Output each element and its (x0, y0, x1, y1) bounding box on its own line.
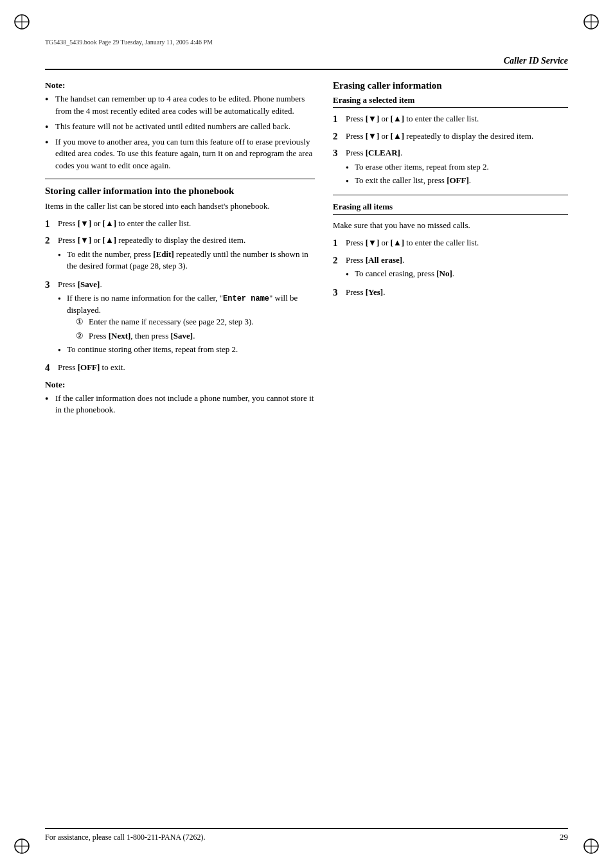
corner-mark-bl (13, 837, 31, 855)
erase-all-step-num-2: 2 (333, 254, 343, 282)
erase-sel-step-num-3: 3 (333, 147, 343, 188)
storing-step-1: 1 Press [▼] or [▲] to enter the caller l… (45, 218, 315, 231)
divider-2 (333, 195, 568, 195)
erase-all-step-content-1: Press [▼] or [▲] to enter the caller lis… (346, 237, 568, 250)
erase-all-step-num-1: 1 (333, 237, 343, 250)
note-label-top: Note: (45, 80, 315, 91)
erasing-all-heading: Erasing all items (333, 202, 568, 215)
note-bullets-top: The handset can remember up to 4 area co… (45, 93, 315, 172)
storing-step-4: 4 Press [OFF] to exit. (45, 362, 315, 375)
note-bullet-2: This feature will not be activated until… (45, 121, 315, 133)
erase-sel-step-content-1: Press [▼] or [▲] to enter the caller lis… (346, 113, 568, 126)
step-content-2: Press [▼] or [▲] repeatedly to display t… (58, 235, 315, 274)
storing-intro: Items in the caller list can be stored i… (45, 200, 315, 213)
erase-sel-step-num-2: 2 (333, 130, 343, 143)
two-col-layout: Note: The handset can remember up to 4 a… (45, 80, 568, 423)
storing-step-2: 2 Press [▼] or [▲] repeatedly to display… (45, 235, 315, 274)
note-bullet-3: If you move to another area, you can tur… (45, 136, 315, 173)
step-num-2: 2 (45, 235, 55, 274)
corner-mark-br (582, 837, 600, 855)
divider-1 (45, 179, 315, 179)
filepath-line: TG5438_5439.book Page 29 Tuesday, Januar… (45, 39, 568, 47)
erase-sel-step-1: 1 Press [▼] or [▲] to enter the caller l… (333, 113, 568, 126)
step-num-4: 4 (45, 362, 55, 375)
page-footer: For assistance, please call 1-800-211-PA… (45, 828, 568, 842)
erase-all-bullet-1: To cancel erasing, press [No]. (346, 268, 568, 279)
erase-sel-bullet-1: To erase other items, repeat from step 2… (346, 161, 568, 173)
step-num-3: 3 (45, 279, 55, 357)
step3-bullet-1: If there is no name information for the … (58, 292, 315, 341)
footer-text: For assistance, please call 1-800-211-PA… (45, 833, 205, 842)
page-header: Caller ID Service (45, 56, 568, 70)
erase-sel-step-content-2: Press [▼] or [▲] repeatedly to display t… (346, 130, 568, 143)
right-column: Erasing caller information Erasing a sel… (333, 80, 568, 423)
corner-mark-tr (582, 13, 600, 31)
erase-all-step-content-2: Press [All erase]. To cancel erasing, pr… (346, 254, 568, 282)
erasing-section-heading: Erasing caller information (333, 80, 568, 91)
step-content-3: Press [Save]. If there is no name inform… (58, 279, 315, 357)
erase-all-step-3: 3 Press [Yes]. (333, 287, 568, 299)
step3-bullet-2: To continue storing other items, repeat … (58, 344, 315, 355)
note-label-bottom: Note: (45, 380, 315, 390)
erase-sel-step-3: 3 Press [CLEAR]. To erase other items, r… (333, 147, 568, 188)
erase-all-step-2: 2 Press [All erase]. To cancel erasing, … (333, 254, 568, 282)
step3-circ-1: ①Enter the name if necessary (see page 2… (67, 316, 315, 328)
note-bottom-bullet-1: If the caller information does not inclu… (45, 393, 315, 417)
erase-all-step-1: 1 Press [▼] or [▲] to enter the caller l… (333, 237, 568, 250)
corner-mark-tl (13, 13, 31, 31)
erase-all-step-content-3: Press [Yes]. (346, 287, 568, 299)
note-bullets-bottom: If the caller information does not inclu… (45, 393, 315, 417)
erase-sel-step-2: 2 Press [▼] or [▲] repeatedly to display… (333, 130, 568, 143)
erase-sel-step-num-1: 1 (333, 113, 343, 126)
left-column: Note: The handset can remember up to 4 a… (45, 80, 315, 423)
erasing-all-intro: Make sure that you have no missed calls. (333, 220, 568, 232)
storing-step-3: 3 Press [Save]. If there is no name info… (45, 279, 315, 357)
erasing-selected-heading: Erasing a selected item (333, 95, 568, 108)
step-content-4: Press [OFF] to exit. (58, 362, 315, 375)
page-number: 29 (560, 832, 568, 842)
erase-sel-step-content-3: Press [CLEAR]. To erase other items, rep… (346, 147, 568, 188)
erase-all-step-num-3: 3 (333, 287, 343, 299)
step-content-1: Press [▼] or [▲] to enter the caller lis… (58, 218, 315, 231)
step-num-1: 1 (45, 218, 55, 231)
storing-section-heading: Storing caller information into the phon… (45, 186, 315, 197)
step3-circ-2: ②Press [Next], then press [Save]. (67, 330, 315, 342)
page-title: Caller ID Service (504, 56, 568, 66)
step2-bullet-1: To edit the number, press [Edit] repeate… (58, 249, 315, 272)
page: TG5438_5439.book Page 29 Tuesday, Januar… (0, 0, 613, 868)
note-bullet-1: The handset can remember up to 4 area co… (45, 93, 315, 118)
erase-sel-bullet-2: To exit the caller list, press [OFF]. (346, 175, 568, 186)
